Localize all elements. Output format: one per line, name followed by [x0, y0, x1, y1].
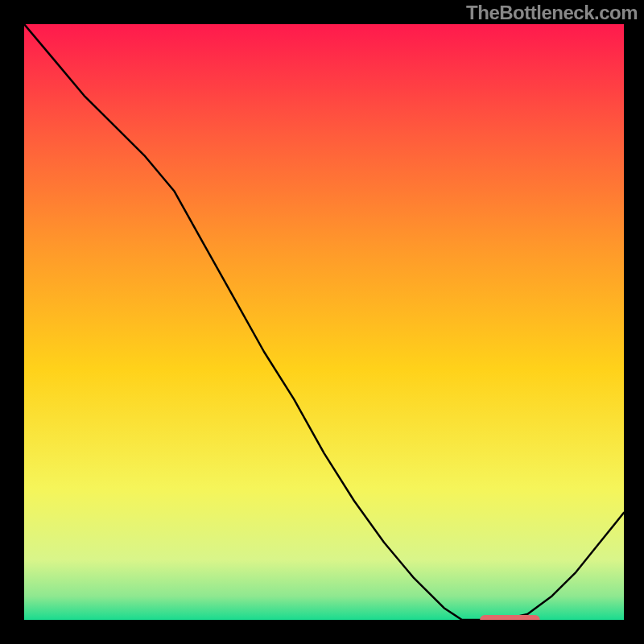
plot-area	[24, 24, 624, 620]
watermark-text: TheBottleneck.com	[466, 2, 638, 24]
chart-container: TheBottleneck.com	[0, 0, 644, 644]
chart-svg	[24, 24, 624, 620]
optimal-marker	[480, 615, 540, 620]
gradient-background	[24, 24, 624, 620]
